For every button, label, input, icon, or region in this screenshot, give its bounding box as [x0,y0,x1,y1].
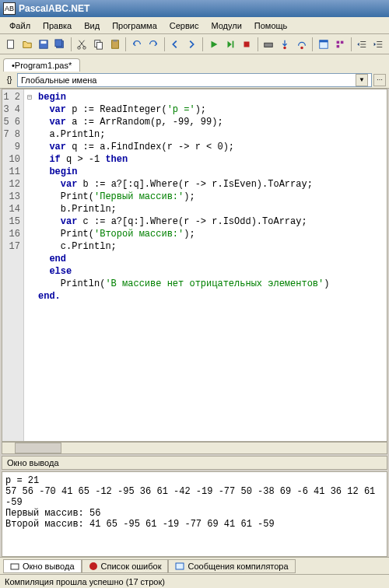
new-file-icon[interactable] [3,37,18,52]
menu-help[interactable]: Помощь [248,19,294,32]
save-all-icon[interactable] [53,37,68,52]
menu-view[interactable]: Вид [78,19,106,32]
step-over-icon[interactable] [294,37,309,52]
step-into-icon[interactable] [278,37,293,52]
fold-column[interactable]: ⊟ [24,89,35,441]
nav-back-icon[interactable] [168,37,183,52]
tab-errors-label: Список ошибок [101,562,162,571]
statusbar: Компиляция прошла успешно (17 строк) [0,574,389,588]
window-title: PascalABC.NET [19,3,386,14]
toolbar-separator [71,37,72,51]
titlebar: AB PascalABC.NET [0,0,389,17]
scope-extra-button[interactable]: ⋯ [373,74,386,86]
toolbar-separator [164,37,165,51]
menu-edit[interactable]: Правка [37,19,78,32]
indent-icon[interactable] [371,37,386,52]
svg-rect-20 [337,44,340,47]
tab-compiler[interactable]: Сообщения компилятора [168,559,295,573]
tab-compiler-label: Сообщения компилятора [187,562,288,571]
tab-errors[interactable]: Список ошибок [82,559,169,573]
file-tab[interactable]: •Program1.pas* [3,58,80,72]
compiler-tab-icon [175,562,184,571]
svg-rect-4 [55,39,62,46]
svg-rect-13 [265,43,273,47]
svg-point-15 [300,46,303,49]
outdent-icon[interactable] [355,37,370,52]
copy-icon[interactable] [91,37,106,52]
toolbar-separator [351,37,352,51]
svg-point-22 [89,562,97,570]
nav-forward-icon[interactable] [184,37,199,52]
toolbar [0,34,389,54]
paste-icon[interactable] [107,37,122,52]
form-icon[interactable] [316,37,331,52]
toolbar-separator [125,37,126,51]
compile-icon[interactable] [261,37,276,52]
svg-rect-11 [232,40,233,47]
output-tab-icon [10,562,19,571]
output-panel[interactable]: p = 21 57 56 -70 41 65 -12 -95 36 61 -42… [2,471,387,557]
tabbar: •Program1.pas* [0,54,389,72]
menu-program[interactable]: Программа [106,19,163,32]
tab-output[interactable]: Окно вывода [3,559,82,573]
toolbar-separator [312,37,313,51]
toolbar-separator [202,37,203,51]
save-icon[interactable] [36,37,51,52]
menu-service[interactable]: Сервис [163,19,205,32]
app-icon: AB [3,2,16,15]
status-text: Компиляция прошла успешно (17 строк) [5,577,165,586]
chevron-down-icon: ▼ [356,74,368,86]
toolbar-separator [258,37,258,51]
menubar: Файл Правка Вид Программа Сервис Модули … [0,17,389,34]
open-file-icon[interactable] [19,37,34,52]
svg-rect-17 [320,40,328,42]
errors-tab-icon [89,562,98,571]
run-icon[interactable] [206,37,221,52]
line-gutter: 1 2 3 4 5 6 7 8 9 10 11 12 13 14 15 16 1… [2,89,24,441]
menu-file[interactable]: Файл [3,19,37,32]
stop-icon[interactable] [239,37,254,52]
scope-bar: {} Глобальные имена ▼ ⋯ [0,72,389,89]
scope-dropdown[interactable]: Глобальные имена ▼ [17,73,372,87]
svg-rect-23 [176,563,184,569]
undo-icon[interactable] [129,37,144,52]
output-title: Окно вывода [2,456,387,470]
svg-rect-2 [41,40,47,44]
scrollbar-thumb[interactable] [15,443,61,453]
cut-icon[interactable] [75,37,89,52]
horizontal-scrollbar[interactable] [2,442,387,454]
redo-icon[interactable] [146,37,161,52]
svg-rect-10 [113,39,117,41]
code-editor[interactable]: 1 2 3 4 5 6 7 8 9 10 11 12 13 14 15 16 1… [2,89,387,442]
design-icon[interactable] [332,37,347,52]
tab-output-label: Окно вывода [23,562,75,571]
scope-text: Глобальные имена [21,75,356,85]
svg-rect-18 [337,40,340,44]
svg-rect-21 [11,564,19,569]
svg-rect-12 [244,41,250,47]
run-step-icon[interactable] [223,37,237,52]
svg-rect-8 [96,42,102,49]
svg-point-14 [284,46,287,49]
svg-rect-0 [7,40,13,48]
svg-rect-19 [341,40,344,44]
bottom-tabbar: Окно вывода Список ошибок Сообщения комп… [0,557,389,574]
menu-modules[interactable]: Модули [205,19,247,32]
code-content[interactable]: begin var p := ReadInteger('p ='); var a… [35,89,387,441]
scope-icon: {} [3,74,16,86]
